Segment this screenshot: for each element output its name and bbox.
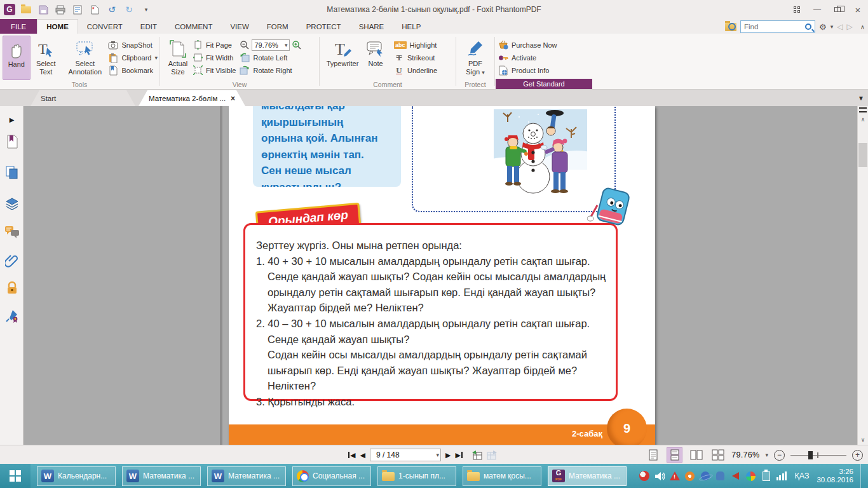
product-info-button[interactable]: Product Info [498, 65, 557, 76]
pages-panel-icon[interactable] [4, 165, 19, 179]
find-previous-icon[interactable]: ◁ [837, 22, 843, 31]
zoom-out-button[interactable]: − [774, 450, 785, 461]
find-next-icon[interactable]: ▷ [846, 22, 852, 31]
fit-width-button[interactable]: Fit Width [193, 52, 236, 63]
redo-icon[interactable]: ↻ [123, 3, 135, 16]
zoom-in-button[interactable]: + [852, 450, 863, 461]
tab-edit[interactable]: EDIT [132, 19, 166, 34]
security-panel-icon[interactable] [4, 280, 19, 295]
zoom-combobox[interactable]: 79.76% ▾ [252, 39, 290, 51]
language-indicator[interactable]: ҚАЗ [794, 471, 809, 480]
show-desktop-button[interactable] [860, 464, 865, 488]
fit-page-button[interactable]: Fit Page [193, 39, 236, 50]
planet-tray-icon[interactable] [700, 471, 710, 482]
taskbar-word-3[interactable]: W Математика ... [207, 466, 286, 486]
taskbar-folder-2[interactable]: матем қосы... [463, 466, 541, 486]
rotate-left-button[interactable]: Rotate Left [240, 52, 302, 63]
tab-convert[interactable]: CONVERT [78, 19, 132, 34]
scroll-down-icon[interactable]: ∨ [858, 437, 868, 443]
highlight-button[interactable]: abc Highlight [394, 39, 437, 50]
pinwheel-tray-icon[interactable] [745, 471, 756, 482]
zoom-slider-thumb[interactable] [808, 451, 813, 459]
actual-size-button[interactable]: ActualSize [163, 36, 193, 80]
customize-qat-caret-icon[interactable]: ▾ [140, 3, 153, 16]
facing-layout-icon[interactable] [688, 447, 704, 463]
close-button[interactable]: × [848, 2, 868, 17]
page-caret-icon[interactable]: ▾ [436, 452, 439, 458]
save-icon[interactable] [37, 3, 50, 16]
clipboard-button[interactable]: Clipboard ▾ [108, 52, 158, 63]
note-button[interactable]: Note [362, 36, 389, 80]
taskbar-word-1[interactable]: W Кальендарн... [37, 466, 116, 486]
last-page-button[interactable]: ▶ [455, 449, 462, 461]
tab-protect[interactable]: PROTECT [297, 19, 350, 34]
clock[interactable]: 3:26 30.08.2016 [817, 468, 853, 485]
snapshot-button[interactable]: SnapShot [108, 39, 158, 50]
taskbar-folder-1[interactable]: 1-сынып пл... [377, 466, 456, 486]
power-tray-icon[interactable] [761, 471, 771, 482]
vertical-scrollbar[interactable]: ∧ ∨ [857, 106, 868, 445]
email-doc-icon[interactable] [71, 3, 84, 16]
volume-tray-icon[interactable] [654, 471, 665, 482]
warning-tray-icon[interactable]: ! [669, 471, 680, 482]
next-page-button[interactable]: ▶ [445, 449, 451, 461]
search-folder-icon[interactable] [725, 23, 736, 31]
bookmark-button[interactable]: Bookmark [108, 65, 158, 76]
updater-tray-icon[interactable] [684, 471, 695, 482]
document-view[interactable]: мысалдағы қар қиыршығының орнына қой. Ал… [24, 106, 857, 445]
tab-share[interactable]: SHARE [350, 19, 393, 34]
ui-options-icon[interactable] [787, 2, 807, 17]
find-options-gear-icon[interactable]: ⚙ [819, 22, 827, 32]
pdf-sign-button[interactable]: PDF Sign ▾ [459, 36, 491, 80]
strikeout-button[interactable]: T Strikeout [394, 52, 437, 63]
comments-panel-icon[interactable] [4, 224, 19, 239]
print-icon[interactable] [54, 3, 67, 16]
antivirus-tray-icon[interactable] [639, 471, 649, 482]
search-icon[interactable] [805, 24, 811, 30]
attachments-panel-icon[interactable] [4, 253, 19, 268]
pdf-sign-caret-icon[interactable]: ▾ [482, 69, 485, 76]
collapse-ribbon-icon[interactable]: ∧ [860, 24, 865, 30]
sound-scheme-tray-icon[interactable] [730, 471, 741, 482]
doc-tab-close-icon[interactable]: × [231, 94, 235, 103]
first-page-button[interactable]: ◀ [348, 449, 355, 461]
purchase-now-button[interactable]: Purchase Now [498, 39, 557, 50]
fit-visible-button[interactable]: Fit Visible [193, 65, 236, 76]
clipboard-caret-icon[interactable]: ▾ [154, 55, 158, 61]
zoom-slider[interactable] [790, 450, 846, 461]
tab-form[interactable]: FORM [258, 19, 297, 34]
select-annotation-button[interactable]: SelectAnnotation [62, 36, 108, 80]
expand-panel-icon[interactable]: ▶ [4, 112, 19, 127]
hand-tool-button[interactable]: Hand [3, 36, 31, 80]
splitter-handle-icon[interactable] [859, 107, 867, 112]
find-input[interactable] [744, 23, 801, 30]
zoom-in-icon[interactable] [292, 40, 302, 50]
taskbar-chrome[interactable]: Социальная ... [292, 466, 371, 486]
single-page-layout-icon[interactable] [645, 447, 661, 463]
rotate-right-button[interactable]: Rotate Right [240, 65, 302, 76]
page-number-combobox[interactable]: 9 / 148 ▾ [370, 449, 441, 461]
continuous-layout-icon[interactable] [667, 447, 682, 463]
layers-panel-icon[interactable] [4, 195, 19, 210]
underline-button[interactable]: U Underline [394, 65, 437, 76]
digital-signatures-panel-icon[interactable] [4, 308, 19, 323]
previous-page-button[interactable]: ◀ [360, 449, 365, 461]
doc-tab-document[interactable]: Математика 2-бөлім ... × [139, 90, 245, 106]
continuous-facing-layout-icon[interactable] [710, 447, 726, 463]
zoom-out-icon[interactable] [240, 40, 250, 50]
typewriter-button[interactable]: T Typewriter [323, 36, 362, 80]
taskbar-foxit-active[interactable]: GPDF Математика ... [548, 466, 627, 486]
scroll-up-icon[interactable]: ∧ [858, 116, 868, 123]
tab-view[interactable]: VIEW [221, 19, 257, 34]
new-doc-icon[interactable]: * [88, 3, 101, 16]
tab-file[interactable]: FILE [0, 19, 37, 34]
next-view-icon[interactable] [487, 450, 498, 460]
doc-tab-start[interactable]: Start [31, 90, 135, 106]
minimize-button[interactable]: — [807, 2, 827, 17]
bookmarks-panel-icon[interactable] [4, 134, 19, 149]
zoom-level-caret-icon[interactable]: ▾ [765, 452, 768, 458]
zoom-caret-icon[interactable]: ▾ [285, 42, 288, 48]
taskbar-word-2[interactable]: W Математика ... [122, 466, 201, 486]
open-file-icon[interactable] [20, 3, 32, 16]
select-text-button[interactable]: T SelectText [31, 36, 62, 80]
